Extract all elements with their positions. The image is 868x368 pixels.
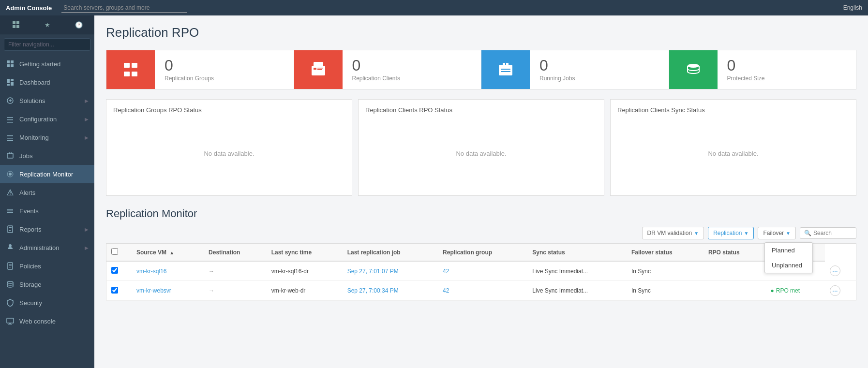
chevron-right-icon: ▶ xyxy=(85,117,89,122)
stat-card-replication-clients[interactable]: 0 Replication Clients xyxy=(294,50,482,89)
sidebar-item-solutions[interactable]: Solutions ▶ xyxy=(0,91,94,110)
row-source-vm[interactable]: vm-kr-websvr xyxy=(132,281,204,301)
svg-rect-1 xyxy=(16,21,19,24)
stat-info-replication-groups: 0 Replication Groups xyxy=(155,52,224,88)
row-arrow: → xyxy=(204,261,267,281)
svg-rect-24 xyxy=(7,212,13,213)
rpo-panel-empty: No data available. xyxy=(365,119,597,187)
web-console-icon xyxy=(6,317,15,325)
green-dot-icon: ● xyxy=(770,287,774,294)
sidebar-item-label: Monitoring xyxy=(19,134,49,141)
svg-point-51 xyxy=(688,64,699,68)
stat-info-protected-size: 0 Protected Size xyxy=(718,52,775,88)
row-source-vm[interactable]: vm-kr-sql16 xyxy=(132,261,204,281)
language-selector[interactable]: English xyxy=(843,4,862,11)
table-header-sync-status: Sync status xyxy=(527,244,627,262)
row-last-job[interactable]: 42 xyxy=(438,281,527,301)
table-row: vm-kr-websvr → vm-kr-web-dr Sep 27, 7:00… xyxy=(106,281,856,301)
solutions-icon xyxy=(6,96,15,105)
row-select-checkbox[interactable] xyxy=(111,287,118,294)
row-action-button[interactable]: ··· xyxy=(830,285,840,296)
running-jobs-icon-box xyxy=(481,50,530,89)
svg-rect-22 xyxy=(7,209,13,210)
sidebar-item-monitoring[interactable]: Monitoring ▶ xyxy=(0,128,94,147)
row-rpo-status: ●RPO met xyxy=(765,281,824,301)
sidebar-item-replication-monitor[interactable]: Replication Monitor xyxy=(0,165,94,183)
table-header-source-vm[interactable]: Source VM ▲ xyxy=(132,244,204,262)
search-icon: 🔍 xyxy=(804,230,811,236)
svg-rect-28 xyxy=(9,230,11,231)
sidebar-item-getting-started[interactable]: Getting started xyxy=(0,55,94,73)
sidebar-item-label: Policies xyxy=(19,263,41,270)
row-select-checkbox[interactable] xyxy=(111,267,118,274)
rpo-panel-title: Replication Clients Sync Status xyxy=(617,106,849,114)
sidebar-item-administration[interactable]: Administration ▶ xyxy=(0,238,94,257)
chevron-right-icon: ▶ xyxy=(85,135,89,140)
sidebar-item-storage[interactable]: Storage xyxy=(0,275,94,294)
global-search-input[interactable] xyxy=(61,3,187,13)
sidebar-item-label: Web console xyxy=(19,318,56,325)
grid-icon xyxy=(6,59,15,68)
monitor-search-input[interactable] xyxy=(813,230,852,236)
dropdown-item-unplanned[interactable]: Unplanned xyxy=(765,258,812,273)
sidebar-item-reports[interactable]: Reports ▶ xyxy=(0,220,94,238)
row-actions[interactable]: ··· xyxy=(825,281,856,301)
sidebar-item-policies[interactable]: Policies xyxy=(0,257,94,275)
row-last-job[interactable]: 42 xyxy=(438,261,527,281)
dr-vm-validation-filter[interactable]: DR VM validation ▼ xyxy=(642,227,704,239)
row-checkbox[interactable] xyxy=(106,281,132,301)
sidebar-item-dashboard[interactable]: Dashboard xyxy=(0,73,94,91)
monitor-search-box[interactable]: 🔍 xyxy=(800,227,856,239)
svg-rect-32 xyxy=(9,267,11,267)
select-all-checkbox[interactable] xyxy=(111,248,118,255)
failover-filter[interactable]: Failover ▼ xyxy=(758,227,796,239)
sidebar-filter-input[interactable] xyxy=(4,38,90,51)
sidebar-item-label: Alerts xyxy=(19,189,35,196)
rpo-panel-title: Replication Groups RPO Status xyxy=(113,106,345,114)
sidebar-item-alerts[interactable]: Alerts xyxy=(0,183,94,202)
svg-rect-34 xyxy=(7,318,14,323)
stat-card-replication-groups[interactable]: 0 Replication Groups xyxy=(106,50,294,89)
sidebar: ★ 🕐 Getting started Dashboard Solutions … xyxy=(0,15,94,368)
svg-rect-36 xyxy=(8,324,12,324)
stat-card-running-jobs[interactable]: 0 Running Jobs xyxy=(481,50,669,89)
sidebar-item-label: Solutions xyxy=(19,97,45,104)
svg-rect-44 xyxy=(317,68,323,69)
main-content: Replication RPO 0 Replication Groups xyxy=(94,15,868,368)
sidebar-item-configuration[interactable]: Configuration ▶ xyxy=(0,110,94,128)
svg-rect-49 xyxy=(501,69,510,70)
dropdown-item-planned[interactable]: Planned xyxy=(765,243,812,258)
row-destination: vm-kr-sql16-dr xyxy=(267,261,343,281)
svg-rect-0 xyxy=(13,21,15,24)
configuration-icon xyxy=(6,115,15,123)
svg-rect-5 xyxy=(11,60,14,63)
global-search[interactable] xyxy=(61,3,833,13)
svg-rect-21 xyxy=(10,194,11,195)
sidebar-item-jobs[interactable]: Jobs xyxy=(0,147,94,165)
stat-info-running-jobs: 0 Running Jobs xyxy=(530,52,584,88)
stat-card-protected-size[interactable]: 0 Protected Size xyxy=(669,50,856,89)
replication-filter[interactable]: Replication ▼ xyxy=(708,227,754,239)
sidebar-item-label: Administration xyxy=(19,244,59,251)
sidebar-tab-history[interactable]: 🕐 xyxy=(63,15,94,34)
sidebar-tab-favorites[interactable]: ★ xyxy=(31,15,63,34)
sidebar-filter[interactable] xyxy=(0,34,94,55)
replication-label: Replication xyxy=(713,230,742,236)
table-header-checkbox xyxy=(106,244,132,262)
sidebar-tab-home[interactable] xyxy=(0,15,31,34)
svg-rect-48 xyxy=(506,63,509,67)
svg-rect-7 xyxy=(11,64,14,67)
sidebar-item-web-console[interactable]: Web console xyxy=(0,312,94,330)
sidebar-item-events[interactable]: Events xyxy=(0,202,94,220)
stat-number: 0 xyxy=(539,58,575,73)
sidebar-item-label: Events xyxy=(19,207,39,215)
row-actions[interactable]: ··· xyxy=(825,261,856,281)
sidebar-item-security[interactable]: Security xyxy=(0,294,94,312)
chevron-right-icon: ▶ xyxy=(85,227,89,232)
table-header-failover-status: Failover status xyxy=(627,244,703,262)
row-checkbox[interactable] xyxy=(106,261,132,281)
chevron-down-icon: ▼ xyxy=(744,231,749,236)
section-title: Replication Monitor xyxy=(106,207,856,220)
row-action-button[interactable]: ··· xyxy=(830,265,840,276)
table-header-last-sync: Last sync time xyxy=(267,244,343,262)
